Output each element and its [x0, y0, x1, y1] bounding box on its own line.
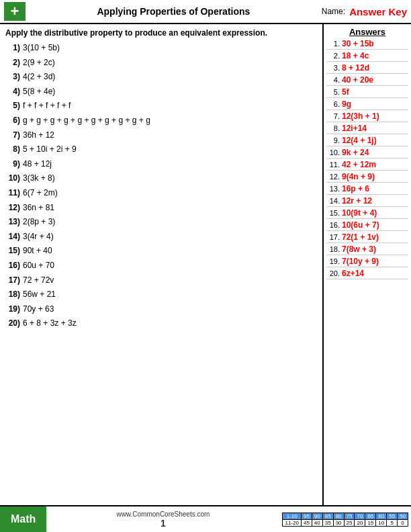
answer-item: 9.12(4 + 1j)	[326, 136, 408, 146]
answer-number: 9.	[326, 136, 340, 144]
answer-number: 20.	[326, 269, 340, 277]
answer-item: 15.10(9t + 4)	[326, 208, 408, 219]
answer-number: 6.	[326, 100, 340, 108]
answer-number: 8.	[326, 124, 340, 132]
score-value: 65	[365, 513, 376, 519]
problem-item: 16)60u + 70	[5, 259, 317, 272]
instruction: Apply the distributive property to produ…	[5, 28, 317, 38]
problem-item: 14)3(4r + 4)	[5, 230, 317, 243]
answer-item: 5.5f	[326, 87, 408, 98]
answer-number: 2.	[326, 52, 340, 60]
answer-value: 9k + 24	[342, 148, 369, 157]
problem-text: 56w + 21	[23, 288, 317, 301]
problem-text: 3(10 + 5b)	[23, 42, 317, 54]
problem-text: f + f + f + f + f	[23, 99, 317, 112]
answer-number: 19.	[326, 257, 340, 265]
answer-number: 7.	[326, 112, 340, 120]
answer-item: 6.9g	[326, 99, 408, 110]
problem-item: 10)3(3k + 8)	[5, 172, 317, 185]
score-value: 70	[355, 513, 365, 519]
answer-value: 7(10y + 9)	[342, 257, 379, 266]
problem-number: 3)	[5, 71, 20, 83]
problem-item: 19)70y + 63	[5, 303, 317, 316]
answer-item: 13.16p + 6	[326, 184, 408, 195]
problem-text: 3(3k + 8)	[23, 172, 317, 185]
problem-text: 72 + 72v	[23, 274, 317, 287]
score-value: 75	[344, 513, 355, 519]
problem-item: 7)36h + 12	[5, 129, 317, 142]
score-value: 95	[301, 513, 312, 519]
problem-text: 5(8 + 4e)	[23, 85, 317, 98]
answer-value: 5f	[342, 87, 349, 97]
problem-item: 9)48 + 12j	[5, 158, 317, 171]
problem-item: 13)2(8p + 3)	[5, 216, 317, 228]
score-value: 5	[387, 519, 398, 526]
problem-item: 8)5 + 10i + 2i + 9	[5, 143, 317, 156]
problems-section: Apply the distributive property to produ…	[0, 24, 324, 505]
answer-value: 10(9t + 4)	[342, 208, 377, 218]
logo: +	[4, 2, 26, 21]
answer-number: 5.	[326, 88, 340, 96]
answer-number: 3.	[326, 64, 340, 72]
answers-header: Answers	[326, 27, 408, 37]
answers-section: Answers 1.30 + 15b2.18 + 4c3.8 + 12d4.40…	[324, 24, 411, 505]
answer-value: 7(8w + 3)	[342, 245, 376, 254]
header: + Applying Properties of Operations Name…	[0, 0, 411, 24]
score-value: 60	[376, 513, 387, 519]
problem-text: 48 + 12j	[23, 158, 317, 171]
answer-item: 7.12(3h + 1)	[326, 112, 408, 122]
problem-number: 11)	[5, 187, 20, 200]
problem-number: 13)	[5, 216, 20, 228]
answer-value: 10(6u + 7)	[342, 220, 379, 230]
score-range: 1-10	[283, 513, 301, 519]
score-value: 0	[398, 519, 408, 526]
answer-item: 3.8 + 12d	[326, 63, 408, 74]
score-value: 15	[365, 519, 376, 526]
answer-value: 9(4n + 9)	[342, 172, 375, 181]
problem-number: 10)	[5, 172, 20, 185]
answer-value: 12i+14	[342, 124, 367, 133]
problem-item: 1)3(10 + 5b)	[5, 42, 317, 54]
problem-number: 6)	[5, 114, 20, 127]
problem-item: 6)g + g + g + g + g + g + g + g + g + g	[5, 114, 317, 127]
problem-text: g + g + g + g + g + g + g + g + g + g	[23, 114, 317, 127]
problem-text: 90t + 40	[23, 245, 317, 257]
problem-text: 2(9 + 2c)	[23, 56, 317, 69]
score-value: 25	[344, 519, 355, 526]
problem-text: 5 + 10i + 2i + 9	[23, 143, 317, 156]
problem-item: 2)2(9 + 2c)	[5, 56, 317, 69]
footer: Math www.CommonCoreSheets.com 1 1-109590…	[0, 505, 411, 532]
footer-website: www.CommonCoreSheets.com	[116, 511, 210, 518]
answer-value: 40 + 20e	[342, 75, 373, 85]
problem-number: 12)	[5, 202, 20, 214]
problem-number: 9)	[5, 158, 20, 171]
page-title: Applying Properties of Operations	[26, 6, 322, 17]
problem-text: 60u + 70	[23, 259, 317, 272]
answer-number: 1.	[326, 40, 340, 48]
footer-page: 1	[161, 518, 166, 529]
answer-item: 11.42 + 12m	[326, 160, 408, 171]
answer-list: 1.30 + 15b2.18 + 4c3.8 + 12d4.40 + 20e5.…	[326, 39, 408, 502]
problem-text: 6(7 + 2m)	[23, 187, 317, 200]
problem-number: 4)	[5, 85, 20, 98]
answer-value: 6z+14	[342, 269, 364, 278]
answer-value: 16p + 6	[342, 184, 369, 193]
problem-number: 8)	[5, 143, 20, 156]
score-value: 35	[322, 519, 333, 526]
footer-score-table: 1-109590858075706560555011-2045403530252…	[279, 506, 411, 532]
problem-number: 7)	[5, 129, 20, 142]
answer-value: 12(3h + 1)	[342, 112, 379, 121]
answer-value: 18 + 4c	[342, 51, 369, 60]
problem-text: 6 + 8 + 3z + 3z	[23, 317, 317, 330]
answer-value: 30 + 15b	[342, 39, 374, 48]
problem-text: 36h + 12	[23, 129, 317, 142]
problem-item: 18)56w + 21	[5, 288, 317, 301]
problem-item: 17)72 + 72v	[5, 274, 317, 287]
answer-value: 12r + 12	[342, 196, 372, 206]
score-value: 80	[333, 513, 344, 519]
answer-number: 15.	[326, 209, 340, 217]
problem-number: 14)	[5, 230, 20, 243]
problem-item: 3)4(2 + 3d)	[5, 71, 317, 83]
answer-value: 42 + 12m	[342, 160, 376, 169]
answer-value: 72(1 + 1v)	[342, 232, 379, 242]
